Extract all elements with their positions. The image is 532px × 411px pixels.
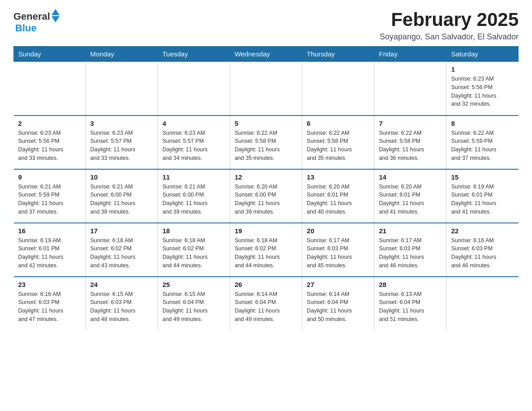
calendar-day-cell [158, 62, 230, 116]
month-year-title: February 2025 [380, 9, 519, 30]
logo-blue-text: Blue [15, 22, 37, 34]
day-number: 18 [163, 227, 225, 235]
location-text: Soyapango, San Salvador, El Salvador [380, 32, 519, 42]
calendar-day-cell: 18Sunrise: 6:18 AM Sunset: 6:02 PM Dayli… [158, 223, 230, 277]
calendar-day-cell: 26Sunrise: 6:14 AM Sunset: 6:04 PM Dayli… [230, 277, 302, 330]
day-number: 17 [90, 227, 153, 235]
calendar-day-cell [446, 277, 519, 330]
calendar-day-cell: 3Sunrise: 6:23 AM Sunset: 5:57 PM Daylig… [86, 116, 158, 169]
calendar-day-cell: 1Sunrise: 6:23 AM Sunset: 5:56 PM Daylig… [446, 62, 519, 116]
day-info: Sunrise: 6:18 AM Sunset: 6:02 PM Dayligh… [163, 236, 225, 270]
day-number: 28 [379, 281, 442, 288]
day-number: 26 [235, 281, 297, 288]
logo-general-text: General [13, 11, 50, 22]
day-number: 20 [307, 227, 369, 235]
day-number: 12 [235, 173, 297, 181]
calendar-header: SundayMondayTuesdayWednesdayThursdayFrid… [14, 47, 519, 62]
day-number: 25 [163, 281, 225, 288]
day-info: Sunrise: 6:22 AM Sunset: 5:58 PM Dayligh… [235, 129, 297, 163]
day-info: Sunrise: 6:21 AM Sunset: 6:00 PM Dayligh… [90, 183, 153, 216]
day-info: Sunrise: 6:16 AM Sunset: 6:03 PM Dayligh… [451, 236, 514, 270]
calendar-day-cell: 21Sunrise: 6:17 AM Sunset: 6:03 PM Dayli… [374, 223, 446, 277]
day-number: 10 [90, 173, 153, 181]
calendar-day-cell [14, 62, 86, 116]
calendar-day-cell: 13Sunrise: 6:20 AM Sunset: 6:01 PM Dayli… [302, 169, 374, 223]
day-number: 8 [451, 120, 514, 127]
day-info: Sunrise: 6:15 AM Sunset: 6:04 PM Dayligh… [163, 290, 225, 324]
day-info: Sunrise: 6:19 AM Sunset: 6:01 PM Dayligh… [451, 183, 514, 216]
calendar-table: SundayMondayTuesdayWednesdayThursdayFrid… [13, 46, 519, 330]
calendar-day-cell: 6Sunrise: 6:22 AM Sunset: 5:58 PM Daylig… [302, 116, 374, 169]
day-info: Sunrise: 6:21 AM Sunset: 6:00 PM Dayligh… [163, 183, 225, 216]
calendar-week-row: 1Sunrise: 6:23 AM Sunset: 5:56 PM Daylig… [14, 62, 519, 116]
day-of-week-header: Wednesday [230, 47, 302, 62]
calendar-week-row: 9Sunrise: 6:21 AM Sunset: 5:59 PM Daylig… [14, 169, 519, 223]
day-number: 6 [307, 120, 369, 127]
day-of-week-header: Monday [86, 47, 158, 62]
day-info: Sunrise: 6:23 AM Sunset: 5:57 PM Dayligh… [163, 129, 225, 163]
calendar-day-cell: 19Sunrise: 6:18 AM Sunset: 6:02 PM Dayli… [230, 223, 302, 277]
day-number: 13 [307, 173, 369, 181]
day-of-week-header: Thursday [302, 47, 374, 62]
calendar-day-cell: 27Sunrise: 6:14 AM Sunset: 6:04 PM Dayli… [302, 277, 374, 330]
calendar-day-cell: 10Sunrise: 6:21 AM Sunset: 6:00 PM Dayli… [86, 169, 158, 223]
day-info: Sunrise: 6:17 AM Sunset: 6:03 PM Dayligh… [379, 236, 442, 270]
calendar-day-cell: 5Sunrise: 6:22 AM Sunset: 5:58 PM Daylig… [230, 116, 302, 169]
day-info: Sunrise: 6:22 AM Sunset: 5:58 PM Dayligh… [379, 129, 442, 163]
day-info: Sunrise: 6:20 AM Sunset: 6:01 PM Dayligh… [379, 183, 442, 216]
day-number: 1 [451, 65, 514, 73]
day-info: Sunrise: 6:16 AM Sunset: 6:03 PM Dayligh… [18, 290, 81, 324]
calendar-week-row: 2Sunrise: 6:23 AM Sunset: 5:56 PM Daylig… [14, 116, 519, 169]
calendar-day-cell [230, 62, 302, 116]
day-number: 16 [18, 227, 81, 235]
calendar-day-cell: 25Sunrise: 6:15 AM Sunset: 6:04 PM Dayli… [158, 277, 230, 330]
day-number: 23 [18, 281, 81, 288]
day-info: Sunrise: 6:20 AM Sunset: 6:00 PM Dayligh… [235, 183, 297, 216]
page-header: General Blue February 2025 Soyapango, Sa… [13, 9, 519, 42]
calendar-day-cell: 4Sunrise: 6:23 AM Sunset: 5:57 PM Daylig… [158, 116, 230, 169]
calendar-day-cell [86, 62, 158, 116]
day-info: Sunrise: 6:21 AM Sunset: 5:59 PM Dayligh… [18, 183, 81, 216]
day-of-week-header: Sunday [14, 47, 86, 62]
day-info: Sunrise: 6:23 AM Sunset: 5:56 PM Dayligh… [18, 129, 81, 163]
calendar-day-cell: 12Sunrise: 6:20 AM Sunset: 6:00 PM Dayli… [230, 169, 302, 223]
calendar-day-cell: 2Sunrise: 6:23 AM Sunset: 5:56 PM Daylig… [14, 116, 86, 169]
day-number: 19 [235, 227, 297, 235]
calendar-body: 1Sunrise: 6:23 AM Sunset: 5:56 PM Daylig… [14, 62, 519, 330]
calendar-day-cell [374, 62, 446, 116]
day-number: 27 [307, 281, 369, 288]
day-number: 15 [451, 173, 514, 181]
day-number: 24 [90, 281, 153, 288]
calendar-day-cell: 11Sunrise: 6:21 AM Sunset: 6:00 PM Dayli… [158, 169, 230, 223]
calendar-day-cell: 14Sunrise: 6:20 AM Sunset: 6:01 PM Dayli… [374, 169, 446, 223]
day-number: 7 [379, 120, 442, 127]
day-info: Sunrise: 6:23 AM Sunset: 5:57 PM Dayligh… [90, 129, 153, 163]
calendar-day-cell: 15Sunrise: 6:19 AM Sunset: 6:01 PM Dayli… [446, 169, 519, 223]
calendar-day-cell: 22Sunrise: 6:16 AM Sunset: 6:03 PM Dayli… [446, 223, 519, 277]
calendar-week-row: 23Sunrise: 6:16 AM Sunset: 6:03 PM Dayli… [14, 277, 519, 330]
day-number: 4 [163, 120, 225, 127]
day-info: Sunrise: 6:18 AM Sunset: 6:02 PM Dayligh… [90, 236, 153, 270]
day-number: 2 [18, 120, 81, 127]
day-number: 21 [379, 227, 442, 235]
day-number: 5 [235, 120, 297, 127]
calendar-day-cell: 20Sunrise: 6:17 AM Sunset: 6:03 PM Dayli… [302, 223, 374, 277]
day-number: 14 [379, 173, 442, 181]
day-info: Sunrise: 6:20 AM Sunset: 6:01 PM Dayligh… [307, 183, 369, 216]
day-number: 22 [451, 227, 514, 235]
day-info: Sunrise: 6:14 AM Sunset: 6:04 PM Dayligh… [307, 290, 369, 324]
logo: General Blue [13, 9, 60, 34]
calendar-week-row: 16Sunrise: 6:19 AM Sunset: 6:01 PM Dayli… [14, 223, 519, 277]
day-info: Sunrise: 6:18 AM Sunset: 6:02 PM Dayligh… [235, 236, 297, 270]
calendar-day-cell: 28Sunrise: 6:13 AM Sunset: 6:04 PM Dayli… [374, 277, 446, 330]
day-of-week-header: Tuesday [158, 47, 230, 62]
calendar-day-cell [302, 62, 374, 116]
day-info: Sunrise: 6:17 AM Sunset: 6:03 PM Dayligh… [307, 236, 369, 270]
day-info: Sunrise: 6:23 AM Sunset: 5:56 PM Dayligh… [451, 75, 514, 108]
calendar-day-cell: 8Sunrise: 6:22 AM Sunset: 5:59 PM Daylig… [446, 116, 519, 169]
calendar-day-cell: 23Sunrise: 6:16 AM Sunset: 6:03 PM Dayli… [14, 277, 86, 330]
day-number: 9 [18, 173, 81, 181]
calendar-day-cell: 7Sunrise: 6:22 AM Sunset: 5:58 PM Daylig… [374, 116, 446, 169]
days-of-week-row: SundayMondayTuesdayWednesdayThursdayFrid… [14, 47, 519, 62]
day-info: Sunrise: 6:13 AM Sunset: 6:04 PM Dayligh… [379, 290, 442, 324]
